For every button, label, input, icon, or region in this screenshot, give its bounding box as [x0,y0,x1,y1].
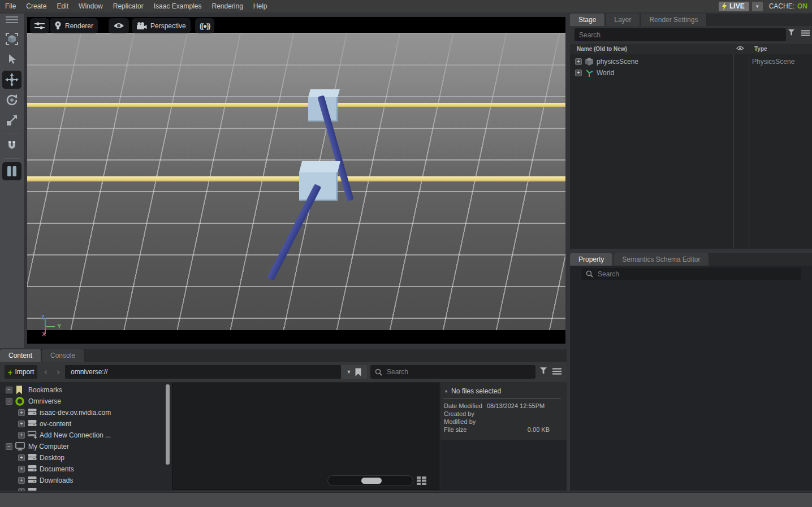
path-dropdown-icon[interactable]: ▼ [347,369,352,375]
back-button[interactable]: ‹ [41,365,51,379]
viewport-scene [27,33,565,330]
viewport-settings-button[interactable] [30,18,49,33]
stage-column-header: Name (Old to New) Type [570,44,812,54]
menu-rendering[interactable]: Rendering [206,0,248,12]
expand-icon[interactable]: + [18,421,25,427]
tree-item-my-computer[interactable]: − My Computer [0,441,171,452]
select-tool-button[interactable] [2,50,21,68]
filter-icon[interactable] [540,367,548,375]
tree-item-add-new-connection[interactable]: + Add New Connection ... [0,430,171,441]
move-tool-button[interactable] [2,71,21,89]
scale-tool-button[interactable] [2,111,21,129]
bookmark-icon[interactable] [355,368,361,376]
prim-name[interactable]: physicsScene [597,58,638,66]
tree-item-label: Bookmarks [28,386,62,394]
tree-item-omniverse[interactable]: − Omniverse [0,396,171,407]
grid-view-icon[interactable] [416,475,427,486]
import-button[interactable]: + Import [5,365,37,379]
selection-header[interactable]: ▾ No files selected [445,387,501,395]
expand-icon[interactable]: + [18,488,25,491]
property-panel: Property Semantics Schema Editor [570,253,812,491]
tree-item-desktop[interactable]: + Desktop [0,452,171,463]
camera-label: Perspective [150,22,186,30]
content-tabbar: Content Console [0,349,567,362]
tab-layer[interactable]: Layer [606,14,640,26]
menu-window[interactable]: Window [74,0,108,12]
filter-icon[interactable] [788,29,796,36]
cart-cube-near-top [299,161,340,172]
tab-content[interactable]: Content [0,349,41,362]
info-label: Date Modified [444,402,482,409]
stage-tree: + physicsScene PhysicsScene + World [570,54,812,249]
renderer-menu-button[interactable]: Renderer [50,18,98,33]
menu-help[interactable]: Help [248,0,273,12]
rotate-icon [5,93,19,107]
expand-icon[interactable]: + [575,70,582,76]
drive-icon [28,453,37,461]
property-search-input[interactable] [593,268,801,280]
visibility-menu-button[interactable] [109,18,129,33]
tree-item-downloads[interactable]: + Downloads [0,475,171,486]
tab-stage[interactable]: Stage [570,14,604,26]
tree-item-partial[interactable]: + [0,486,171,491]
expand-icon[interactable]: + [18,432,25,439]
forward-button[interactable]: › [53,365,63,379]
collapse-icon[interactable]: − [6,443,12,450]
viewport[interactable]: Renderer Perspective ((●)) Z Y X [27,17,565,344]
tab-console[interactable]: Console [42,349,84,362]
thumbnail-size-slider[interactable] [327,475,413,486]
expand-icon[interactable]: + [18,454,25,461]
collapse-icon[interactable]: − [6,387,12,393]
stage-row-physicsscene[interactable]: + physicsScene PhysicsScene [570,56,812,67]
pause-button[interactable] [2,162,21,180]
menu-file[interactable]: File [0,0,21,12]
rotate-tool-button[interactable] [2,91,21,109]
tab-semantics-schema-editor[interactable]: Semantics Schema Editor [614,253,709,266]
broadcast-icon: ((●)) [200,22,210,30]
content-search-box [370,365,535,379]
selection-mode-button[interactable] [2,30,21,48]
expand-icon[interactable]: + [18,477,25,484]
selection-header-label: No files selected [451,387,501,395]
content-panel: Content Console + Import ‹ › ▼ [0,349,567,491]
live-button[interactable]: LIVE [719,2,749,11]
menu-create[interactable]: Create [21,0,51,12]
snap-tool-button[interactable] [2,137,21,155]
status-bar [0,492,812,507]
visibility-column-eye-icon[interactable] [736,46,744,51]
path-input[interactable] [65,368,341,376]
column-name[interactable]: Name (Old to New) [577,44,627,54]
menu-edit[interactable]: Edit [51,0,74,12]
options-menu-icon[interactable] [801,30,810,36]
server-add-icon [28,431,37,439]
tree-item-isaac-dev[interactable]: + isaac-dev.ov.nvidia.com [0,407,171,418]
stage-row-world[interactable]: + World [570,67,812,79]
tree-item-bookmarks[interactable]: − Bookmarks [0,384,171,396]
live-dropdown-button[interactable]: ▾ [752,2,763,11]
expand-icon[interactable]: + [18,466,25,473]
collapse-icon[interactable]: − [6,398,12,405]
expand-icon[interactable]: + [18,409,25,416]
stage-search-input[interactable] [575,28,786,41]
tree-item-documents[interactable]: + Documents [0,463,171,475]
toolbar-grip-icon[interactable] [6,16,18,23]
column-type[interactable]: Type [754,44,767,54]
menu-isaac-examples[interactable]: Isaac Examples [149,0,207,12]
tab-property[interactable]: Property [570,253,612,266]
menu-replicator[interactable]: Replicator [108,0,149,12]
slider-handle[interactable] [361,478,382,484]
scale-icon [6,114,18,127]
camera-menu-button[interactable]: Perspective [132,18,191,33]
tree-scrollbar[interactable] [166,384,170,465]
options-menu-icon[interactable] [552,368,562,375]
cache-status: ON [797,2,807,10]
tree-item-ov-content[interactable]: + ov-content [0,418,171,430]
tab-render-settings[interactable]: Render Settings [641,14,706,26]
content-search-input[interactable] [382,365,535,379]
cartpole-rail-near [27,176,565,181]
cartpole-rail-far [27,103,565,107]
expand-icon[interactable]: + [575,58,582,65]
prim-name[interactable]: World [597,69,614,77]
files-grid-area[interactable] [172,383,439,490]
broadcast-button[interactable]: ((●)) [195,18,214,33]
